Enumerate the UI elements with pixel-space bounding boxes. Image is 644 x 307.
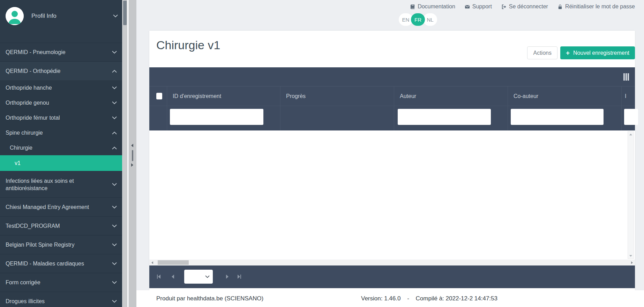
lang-nl-button[interactable]: NL xyxy=(423,13,437,26)
sidebar-item-testdcd-program[interactable]: TestDCD_PROGRAM xyxy=(0,216,122,235)
chevron-down-icon xyxy=(112,262,117,265)
chevron-up-icon xyxy=(112,131,117,135)
select-all-checkbox[interactable] xyxy=(156,93,162,99)
table-vertical-scrollbar[interactable] xyxy=(628,131,634,259)
sidebar-item-orthopride-femur-total[interactable]: Orthopride fémur total xyxy=(0,110,122,125)
footer-version-info: Version: 1.46.0 - Compilé à: 2022-12-2 1… xyxy=(361,295,497,302)
chevron-down-icon xyxy=(112,281,117,284)
column-label: I xyxy=(625,93,626,99)
next-page-button[interactable] xyxy=(224,274,230,279)
sidebar-item-label: v1 xyxy=(15,159,21,167)
actions-button[interactable]: Actions xyxy=(527,46,557,59)
footer-produced-by: Produit par healthdata.be (SCIENSANO) xyxy=(156,295,263,302)
version-value: 1.46.0 xyxy=(384,295,400,302)
sidebar-item-label: Drogues illicites xyxy=(6,298,45,305)
book-icon xyxy=(410,4,415,9)
next-page-icon xyxy=(224,274,230,279)
sidebar-item-belgian-pilot-spine-registry[interactable]: Belgian Pilot Spine Registry xyxy=(0,235,122,254)
records-table: ID d'enregistrement Progrès Auteur Co-au… xyxy=(149,67,635,288)
column-header-record-id[interactable]: ID d'enregistrement xyxy=(167,87,280,106)
chevron-down-icon xyxy=(112,86,117,90)
column-header-progress[interactable]: Progrès xyxy=(280,87,394,106)
column-header-author[interactable]: Auteur xyxy=(394,87,508,106)
page-title: Chirurgie v1 xyxy=(156,38,220,52)
content-card: Chirurgie v1 Actions + Nouvel enregistre… xyxy=(149,31,635,290)
sidebar-item-qermid-orthopedie[interactable]: QERMID - Orthopédie xyxy=(0,61,122,80)
sidebar-item-v1[interactable]: v1 xyxy=(0,155,122,171)
splitter-collapse-icon[interactable] xyxy=(131,144,133,147)
nav-support[interactable]: Support xyxy=(465,3,492,10)
sidebar-item-infections[interactable]: Infections liées aux soins et antibiorés… xyxy=(0,171,122,197)
sidebar-item-orthopride-genou[interactable]: Orthopride genou xyxy=(0,95,122,110)
pagination-bar xyxy=(149,265,635,288)
filter-record-id-input[interactable] xyxy=(170,109,263,125)
chevron-down-icon xyxy=(112,116,117,120)
filter-partial-input[interactable] xyxy=(624,109,638,125)
scroll-right-icon[interactable] xyxy=(629,260,635,265)
sidebar-scrollbar-thumb[interactable] xyxy=(123,1,127,25)
new-record-button[interactable]: + Nouvel enregistrement xyxy=(560,46,635,59)
page-size-select[interactable] xyxy=(184,270,213,284)
nav-logout[interactable]: Se déconnecter xyxy=(501,3,548,10)
filter-author-input[interactable] xyxy=(398,109,491,125)
previous-page-icon xyxy=(170,274,176,279)
chevron-up-icon xyxy=(112,146,117,150)
scroll-down-icon[interactable] xyxy=(628,253,634,259)
sidebar-item-qermid-pneumologie[interactable]: QERMID - Pneumologie xyxy=(0,43,122,61)
sidebar-item-chiesi[interactable]: Chiesi Managed Entry Agreement xyxy=(0,197,122,216)
sidebar-item-label: Chiesi Managed Entry Agreement xyxy=(6,203,89,211)
sidebar-item-drogues-illicites[interactable]: Drogues illicites xyxy=(0,292,122,307)
sidebar-item-label: Form corrigée xyxy=(6,279,40,286)
horizontal-scrollbar-thumb[interactable] xyxy=(158,260,189,265)
scroll-up-icon[interactable] xyxy=(628,132,634,137)
chevron-down-icon xyxy=(112,224,117,228)
nav-documentation[interactable]: Documentation xyxy=(410,3,455,10)
sidebar-item-label: Orthopride genou xyxy=(6,99,49,106)
sidebar-item-label: Chirurgie xyxy=(10,144,32,151)
sidebar-item-label: QERMID - Orthopédie xyxy=(6,67,60,75)
header-buttons: Actions + Nouvel enregistrement xyxy=(527,46,635,59)
envelope-icon xyxy=(465,4,470,9)
nav-reset-password[interactable]: Réinitialiser le mot de passe xyxy=(557,3,635,10)
sidebar-item-spine-chirurgie[interactable]: Spine chirurgie xyxy=(0,125,122,140)
first-page-button[interactable] xyxy=(156,274,162,279)
last-page-button[interactable] xyxy=(237,274,242,279)
panel-splitter[interactable] xyxy=(129,0,136,307)
chevron-down-icon xyxy=(112,205,117,209)
select-all-cell xyxy=(149,87,167,106)
splitter-expand-icon[interactable] xyxy=(131,163,133,167)
sidebar-item-form-corrigee[interactable]: Form corrigée xyxy=(0,273,122,292)
scroll-left-icon[interactable] xyxy=(149,260,155,265)
sidebar-item-label: QERMID - Maladies cardiaques xyxy=(6,260,84,267)
plus-icon: + xyxy=(566,50,570,56)
table-horizontal-scrollbar[interactable] xyxy=(149,260,635,265)
previous-page-button[interactable] xyxy=(170,274,176,279)
chevron-down-icon xyxy=(112,300,117,303)
lang-fr-button[interactable]: FR xyxy=(411,13,425,26)
sidebar-profile[interactable]: Profil Info xyxy=(6,5,118,27)
sidebar-item-label: Belgian Pilot Spine Registry xyxy=(6,241,74,248)
footer: Produit par healthdata.be (SCIENSANO) Ve… xyxy=(136,290,644,307)
columns-icon[interactable] xyxy=(623,73,629,81)
sidebar-scrollbar[interactable] xyxy=(122,0,128,307)
sidebar-item-chirurgie[interactable]: Chirurgie xyxy=(0,140,122,155)
sidebar-item-label: Spine chirurgie xyxy=(6,129,43,136)
filter-co-author-input[interactable] xyxy=(511,109,604,125)
sidebar-item-orthopride-hanche[interactable]: Orthopride hanche xyxy=(0,80,122,95)
nav-label: Support xyxy=(472,3,492,10)
lang-en-button[interactable]: EN xyxy=(399,13,413,26)
splitter-handle[interactable] xyxy=(132,150,133,161)
version-label: Version: xyxy=(361,295,382,302)
table-body xyxy=(149,130,635,260)
top-nav: Documentation Support Se déconnecter Réi… xyxy=(410,3,635,10)
chevron-down-icon xyxy=(112,243,117,247)
column-header-partial[interactable]: I xyxy=(621,87,635,106)
sidebar-menu: QERMID - Pneumologie QERMID - Orthopédie… xyxy=(0,43,122,307)
column-header-co-author[interactable]: Co-auteur xyxy=(508,87,621,106)
table-filter-row xyxy=(149,106,635,130)
sidebar-item-qermid-maladies-cardiaques[interactable]: QERMID - Maladies cardiaques xyxy=(0,254,122,273)
chevron-down-icon xyxy=(205,275,210,278)
column-label: Progrès xyxy=(286,93,306,99)
main-area: Documentation Support Se déconnecter Réi… xyxy=(136,0,644,307)
chevron-down-icon xyxy=(112,183,117,186)
